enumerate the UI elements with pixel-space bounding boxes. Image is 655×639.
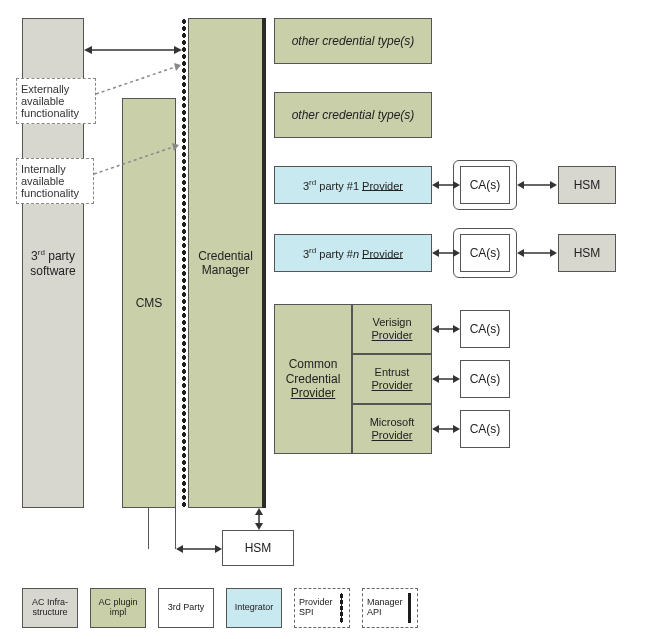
svg-marker-5 [84, 46, 92, 54]
svg-line-0 [96, 65, 181, 94]
provider-microsoft-text: Microsoft Provider [370, 416, 415, 442]
dash-external-to-spi [96, 60, 196, 120]
legend-provider-spi: Provider SPI [294, 588, 350, 628]
svg-marker-26 [432, 425, 439, 433]
hsm-bottom-text: HSM [245, 541, 272, 555]
svg-marker-27 [453, 425, 460, 433]
arrow-entrust-ca [432, 370, 460, 388]
provider-entrust: Entrust Provider [352, 354, 432, 404]
legend-solid-line-icon [408, 593, 411, 623]
credential-manager-label: CredentialManager [198, 249, 253, 278]
col-credential-manager: CredentialManager [188, 18, 262, 508]
svg-marker-12 [550, 181, 557, 189]
svg-marker-23 [432, 375, 439, 383]
hsm-2: HSM [558, 234, 616, 272]
provider-3rdparty-n: 3rd party #n Provider [274, 234, 432, 272]
svg-marker-15 [453, 249, 460, 257]
ca-2-text: CA(s) [470, 246, 501, 260]
cms-down-ext-r [175, 508, 176, 549]
arrow-p1-ca [432, 176, 460, 194]
note-external-text: Externally available functionality [21, 83, 79, 119]
arrow-microsoft-ca [432, 420, 460, 438]
common-credential-provider: Common Credential Provider [274, 304, 352, 454]
provider-3rdparty-1: 3rd party #1 Provider [274, 166, 432, 204]
legend-dotted-line-icon [340, 593, 343, 623]
svg-marker-29 [255, 508, 263, 515]
svg-marker-6 [174, 46, 182, 54]
note-external: Externally available functionality [16, 78, 96, 124]
svg-marker-11 [517, 181, 524, 189]
other-credential-2: other credential type(s) [274, 92, 432, 138]
diagram-canvas: 3rd partysoftware CMS CredentialManager … [0, 0, 655, 639]
third-party-software-label: 3rd partysoftware [30, 248, 75, 278]
provider-microsoft: Microsoft Provider [352, 404, 432, 454]
ca-1-text: CA(s) [470, 178, 501, 192]
legend-third-party: 3rd Party [158, 588, 214, 628]
ca-entrust-text: CA(s) [470, 372, 501, 386]
svg-marker-3 [172, 143, 179, 151]
svg-marker-14 [432, 249, 439, 257]
legend: AC Infra- structure AC plugin impl 3rd P… [22, 588, 418, 628]
note-internal: Internally available functionality [16, 158, 94, 204]
ccp-label: Common Credential Provider [286, 357, 341, 400]
provider-verisign: Verisign Provider [352, 304, 432, 354]
ca-microsoft-text: CA(s) [470, 422, 501, 436]
legend-manager-api: Manager API [362, 588, 418, 628]
arrow-ca1-hsm [517, 176, 557, 194]
note-internal-text: Internally available functionality [21, 163, 79, 199]
svg-marker-1 [174, 63, 181, 71]
hsm-bottom: HSM [222, 530, 294, 566]
arrow-software-to-spi [84, 40, 182, 60]
svg-marker-18 [550, 249, 557, 257]
svg-marker-9 [453, 181, 460, 189]
hsm-1: HSM [558, 166, 616, 204]
cms-down-ext-l [148, 508, 149, 549]
hsm-1-text: HSM [574, 178, 601, 192]
svg-marker-17 [517, 249, 524, 257]
legend-ac-infra: AC Infra- structure [22, 588, 78, 628]
arrow-cms-hsm [176, 540, 222, 558]
svg-marker-33 [215, 545, 222, 553]
dash-internal-to-spi [94, 140, 194, 200]
hsm-2-text: HSM [574, 246, 601, 260]
provider-verisign-text: Verisign Provider [372, 316, 413, 342]
other-credential-2-text: other credential type(s) [292, 108, 415, 122]
svg-line-2 [94, 145, 179, 174]
svg-marker-20 [432, 325, 439, 333]
provider-entrust-text: Entrust Provider [372, 366, 413, 392]
legend-integrator: Integrator [226, 588, 282, 628]
other-credential-1: other credential type(s) [274, 18, 432, 64]
other-credential-1-text: other credential type(s) [292, 34, 415, 48]
arrow-cm-hsm [250, 508, 268, 530]
ca-microsoft: CA(s) [460, 410, 510, 448]
svg-marker-30 [255, 523, 263, 530]
arrow-pn-ca [432, 244, 460, 262]
svg-marker-21 [453, 325, 460, 333]
provider-3rdparty-1-text: 3rd party #1 Provider [303, 178, 403, 193]
cms-label: CMS [136, 296, 163, 310]
ca-2: CA(s) [460, 234, 510, 272]
divider-manager-api [262, 18, 266, 508]
svg-marker-24 [453, 375, 460, 383]
arrow-verisign-ca [432, 320, 460, 338]
svg-marker-8 [432, 181, 439, 189]
ca-verisign: CA(s) [460, 310, 510, 348]
svg-marker-32 [176, 545, 183, 553]
arrow-can-hsm [517, 244, 557, 262]
legend-ac-plugin: AC plugin impl [90, 588, 146, 628]
ca-1: CA(s) [460, 166, 510, 204]
ca-verisign-text: CA(s) [470, 322, 501, 336]
provider-3rdparty-n-text: 3rd party #n Provider [303, 246, 403, 261]
ca-entrust: CA(s) [460, 360, 510, 398]
